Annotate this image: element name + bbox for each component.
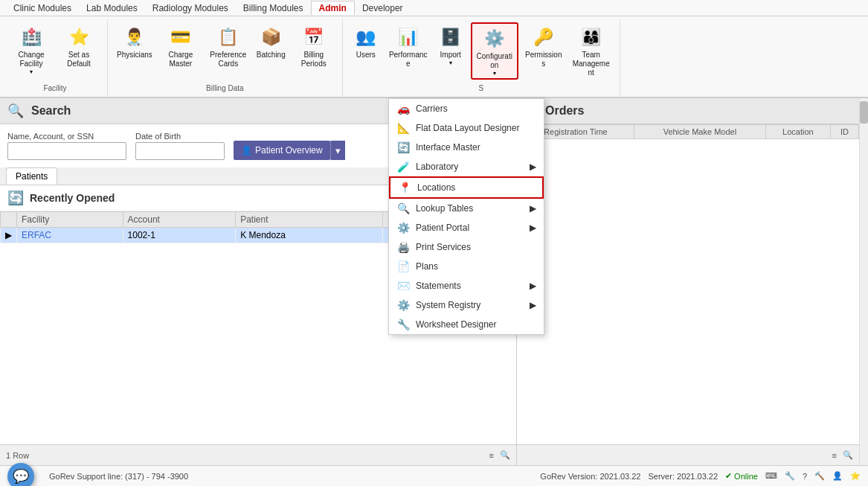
- user-icon[interactable]: 👤: [832, 471, 843, 481]
- batching-label: Batching: [257, 51, 286, 60]
- row-arrow-cell: ▶: [1, 228, 17, 243]
- batching-icon: 📦: [257, 24, 284, 51]
- change-facility-button[interactable]: 🏥 Change Facility ▾: [9, 22, 54, 77]
- dropdown-item-arrow: ▶: [530, 223, 536, 233]
- menu-admin[interactable]: Admin: [311, 1, 355, 15]
- cell-patient: K Mendoza: [236, 228, 383, 243]
- name-input[interactable]: [7, 142, 126, 160]
- billing-group-label: Billing Data: [114, 84, 336, 94]
- menu-clinic-modules[interactable]: Clinic Modules: [6, 1, 79, 15]
- preference-cards-button[interactable]: 📋 Preference Cards: [206, 22, 251, 70]
- dropdown-item-arrow: ▶: [530, 300, 536, 310]
- dropdown-item-icon: ✉️: [396, 280, 410, 292]
- dropdown-item-label: Patient Portal: [416, 223, 469, 233]
- orders-search-icon[interactable]: 🔍: [843, 450, 853, 460]
- settings-icon[interactable]: 🔧: [785, 471, 795, 481]
- dropdown-item-carriers[interactable]: 🚗Carriers: [389, 99, 544, 118]
- physicians-button[interactable]: 👨‍⚕️ Physicians: [114, 22, 155, 61]
- ribbon-group-facility: 🏥 Change Facility ▾ ⭐ Set as Default Fac…: [3, 19, 108, 97]
- name-field-label: Name, Account, or SSN: [7, 132, 126, 141]
- dropdown-item-arrow: ▶: [530, 203, 536, 214]
- dropdown-item-locations[interactable]: 📍Locations: [389, 176, 544, 199]
- top-menubar: Clinic Modules Lab Modules Radiology Mod…: [0, 0, 868, 16]
- billing-periods-icon: 📅: [300, 24, 327, 51]
- dropdown-item-label: Interface Master: [416, 142, 480, 153]
- dropdown-item-label: Print Services: [416, 242, 471, 252]
- menu-lab-modules[interactable]: Lab Modules: [79, 1, 145, 15]
- menu-radiology-modules[interactable]: Radiology Modules: [145, 1, 236, 15]
- configuration-icon: ⚙️: [481, 25, 508, 52]
- orders-table-container: Registration Time Vehicle Make Model Loc…: [517, 124, 859, 444]
- dropdown-item-label: Lookup Tables: [416, 203, 473, 214]
- team-management-button[interactable]: 👨‍👩‍👦 Team Management: [569, 22, 614, 79]
- cell-facility: ERFAC: [17, 228, 123, 243]
- dropdown-item-icon: 📐: [396, 122, 410, 134]
- billing-periods-button[interactable]: 📅 Billing Periods: [292, 22, 336, 70]
- support-line: GoRev Support line: (317) - 794 -3900: [49, 472, 188, 481]
- permissions-button[interactable]: 🔑 Permissions: [521, 22, 566, 70]
- menu-billing-modules[interactable]: Billing Modules: [236, 1, 311, 15]
- table-search-icon[interactable]: 🔍: [500, 450, 510, 460]
- configuration-button[interactable]: ⚙️ Configuration ▾: [471, 22, 518, 80]
- import-button[interactable]: 🗄️ Import ▾: [434, 22, 468, 68]
- col-facility: Facility: [17, 212, 123, 228]
- set-as-default-label: Set as Default: [60, 51, 98, 68]
- dropdown-item-label: System Registry: [416, 300, 480, 310]
- set-as-default-button[interactable]: ⭐ Set as Default: [57, 22, 101, 70]
- dropdown-item-icon: 🧪: [396, 161, 410, 173]
- dropdown-item-interface-master[interactable]: 🔄Interface Master: [389, 138, 544, 157]
- dropdown-item-lookup-tables[interactable]: 🔍Lookup Tables▶: [389, 199, 544, 218]
- dropdown-item-icon: ⚙️: [396, 222, 410, 234]
- dropdown-item-worksheet-designer[interactable]: 🔧Worksheet Designer: [389, 315, 544, 334]
- patient-overview-dropdown-button[interactable]: ▾: [330, 141, 345, 160]
- permissions-label: Permissions: [524, 51, 563, 68]
- star-icon[interactable]: ⭐: [850, 471, 861, 481]
- set-as-default-icon: ⭐: [65, 24, 92, 51]
- menu-developer[interactable]: Developer: [355, 1, 411, 15]
- dropdown-item-system-registry[interactable]: ⚙️System Registry▶: [389, 295, 544, 315]
- online-label: Online: [734, 472, 758, 481]
- users-label: Users: [356, 51, 376, 60]
- server-label: Server: 2021.03.22: [649, 472, 718, 481]
- performance-button[interactable]: 📊 Performance: [386, 22, 431, 70]
- orders-menu-icon[interactable]: ≡: [832, 451, 837, 460]
- dropdown-item-icon: ⚙️: [396, 299, 410, 311]
- chat-button[interactable]: 💬: [7, 463, 34, 487]
- charge-master-button[interactable]: 💳 Charge Master: [158, 22, 203, 70]
- search-icon: 🔍: [7, 103, 24, 119]
- configuration-label: Configuration: [475, 52, 514, 70]
- table-status-bar: 1 Row ≡ 🔍: [0, 444, 516, 465]
- physicians-icon: 👨‍⚕️: [121, 24, 148, 51]
- users-button[interactable]: 👥 Users: [349, 22, 383, 61]
- ribbon-group-staff: 👥 Users 📊 Performance 🗄️ Import ▾ ⚙️ Con…: [343, 19, 620, 97]
- tab-patients[interactable]: Patients: [6, 167, 57, 185]
- permissions-icon: 🔑: [530, 24, 557, 51]
- dropdown-item-label: Laboratory: [416, 162, 458, 172]
- staff-group-label: S: [349, 84, 614, 94]
- tools-icon[interactable]: 🔨: [814, 471, 825, 481]
- dropdown-item-icon: 🖨️: [396, 241, 410, 253]
- dropdown-item-icon: 📍: [398, 182, 411, 194]
- orders-status-bar: ≡ 🔍: [517, 444, 859, 465]
- dropdown-item-label: Carriers: [416, 103, 448, 114]
- change-facility-label: Change Facility: [12, 51, 51, 68]
- dropdown-item-flat-data-layout-designer[interactable]: 📐Flat Data Layout Designer: [389, 118, 544, 138]
- team-management-label: Team Management: [572, 51, 611, 77]
- dob-input[interactable]: [135, 142, 225, 160]
- right-scrollbar[interactable]: [859, 98, 868, 465]
- dropdown-item-laboratory[interactable]: 🧪Laboratory▶: [389, 157, 544, 176]
- dropdown-item-patient-portal[interactable]: ⚙️Patient Portal▶: [389, 218, 544, 237]
- help-icon[interactable]: ?: [803, 472, 807, 481]
- dropdown-item-print-services[interactable]: 🖨️Print Services: [389, 237, 544, 257]
- dropdown-item-arrow: ▶: [530, 162, 536, 172]
- batching-button[interactable]: 📦 Batching: [254, 22, 289, 61]
- preference-cards-label: Preference Cards: [209, 51, 248, 68]
- checkmark-icon: ✔: [725, 471, 732, 481]
- dropdown-item-plans[interactable]: 📄Plans: [389, 257, 544, 276]
- patient-overview-button[interactable]: 👤 Patient Overview: [234, 141, 330, 160]
- dropdown-item-label: Worksheet Designer: [416, 319, 497, 330]
- code-icon[interactable]: ⌨: [765, 471, 777, 481]
- scrollbar-thumb[interactable]: [860, 101, 868, 124]
- dropdown-item-statements[interactable]: ✉️Statements▶: [389, 276, 544, 295]
- table-menu-icon[interactable]: ≡: [489, 451, 494, 460]
